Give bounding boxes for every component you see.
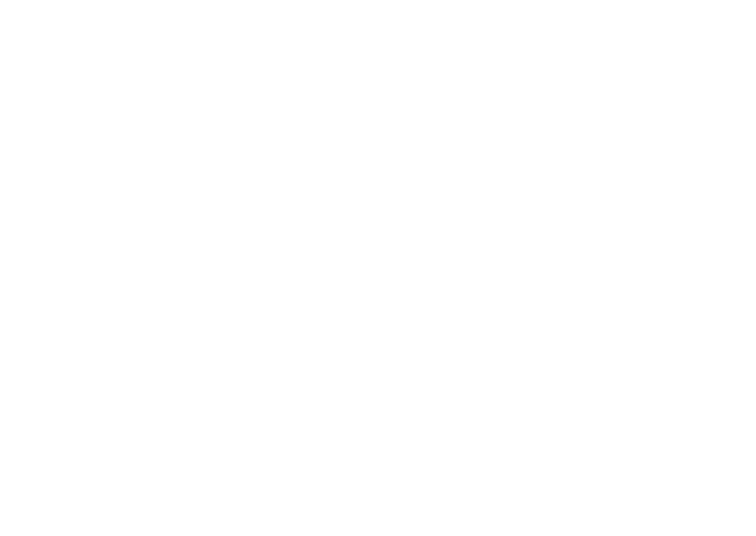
donut-chart — [0, 0, 756, 536]
chart-container — [0, 0, 756, 536]
